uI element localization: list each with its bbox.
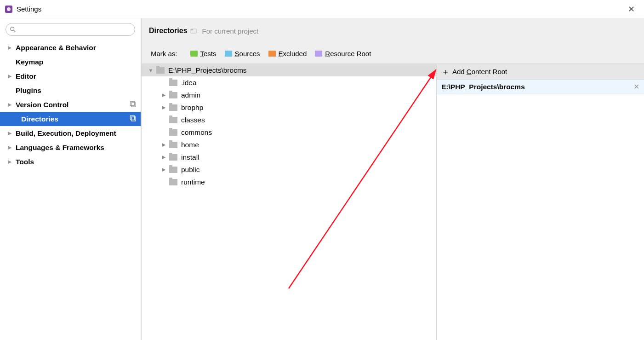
main-panel: Directories For current project Mark as:… — [142, 18, 644, 340]
tree-item-public[interactable]: ▶public — [142, 163, 436, 176]
chevron-right-icon: ▶ — [6, 144, 13, 150]
search-input-wrap[interactable] — [6, 23, 135, 36]
settings-sidebar: ▶Appearance & Behavior▶Keymap▶Editor▶Plu… — [0, 18, 142, 340]
folder-icon — [169, 167, 177, 173]
tree-item-admin[interactable]: ▶admin — [142, 89, 436, 101]
chevron-right-icon: ▶ — [160, 142, 167, 148]
excluded-swatch-icon — [268, 51, 276, 57]
search-icon — [10, 26, 16, 33]
folder-icon — [156, 67, 165, 74]
chevron-right-icon: ▶ — [6, 102, 13, 108]
tree-item-runtime[interactable]: runtime — [142, 176, 436, 188]
svg-rect-5 — [131, 103, 136, 107]
chevron-right-icon: ▶ — [6, 73, 13, 79]
mark-as-row: Mark as: Tests Sources Excluded Resource… — [142, 43, 644, 63]
mark-resource-button[interactable]: Resource Root — [315, 50, 371, 58]
project-scope-icon — [130, 101, 136, 109]
sidebar-item-keymap[interactable]: ▶Keymap — [0, 55, 141, 69]
tree-item-label: runtime — [181, 178, 205, 186]
folder-icon — [169, 142, 177, 148]
page-scope: For current project — [202, 27, 259, 35]
svg-point-2 — [11, 27, 14, 31]
sidebar-item-tools[interactable]: ▶Tools — [0, 155, 141, 169]
sidebar-item-label: Keymap — [16, 58, 43, 66]
sidebar-item-label: Appearance & Behavior — [16, 44, 96, 52]
svg-rect-7 — [131, 117, 136, 121]
sidebar-item-appearance-behavior[interactable]: ▶Appearance & Behavior — [0, 40, 141, 55]
content-root-label: E:\PHP_Projects\brocms — [441, 83, 525, 91]
directory-tree-pane: ▼E:\PHP_Projects\brocms.idea▶admin▶broph… — [142, 64, 437, 340]
app-icon — [5, 5, 13, 13]
plus-icon: ＋ — [441, 68, 450, 76]
titlebar: Settings ✕ — [0, 0, 644, 18]
mark-as-label: Mark as: — [151, 50, 177, 58]
tree-item-install[interactable]: ▶install — [142, 151, 436, 163]
sidebar-item-label: Build, Execution, Deployment — [16, 129, 116, 138]
tree-item-label: classes — [181, 116, 205, 124]
folder-icon — [169, 179, 177, 185]
tree-item-label: commons — [181, 128, 212, 137]
tree-item-label: admin — [181, 91, 200, 99]
sidebar-item-directories[interactable]: ▶Directories — [0, 112, 141, 126]
folder-icon — [169, 117, 177, 123]
sidebar-item-build-execution-deployment[interactable]: ▶Build, Execution, Deployment — [0, 126, 141, 140]
sidebar-item-label: Tools — [16, 158, 34, 166]
remove-root-button[interactable]: ✕ — [633, 82, 639, 91]
mark-excluded-button[interactable]: Excluded — [268, 50, 307, 58]
tree-item-label: brophp — [181, 104, 203, 112]
tree-item-classes[interactable]: classes — [142, 114, 436, 126]
tree-root-label: E:\PHP_Projects\brocms — [168, 66, 247, 75]
window-title: Settings — [17, 5, 41, 13]
main-header: Directories For current project — [142, 18, 644, 43]
chevron-right-icon: ▶ — [160, 167, 167, 173]
chevron-right-icon: ▶ — [160, 92, 167, 98]
chevron-right-icon: ▶ — [6, 130, 13, 136]
folder-icon — [169, 104, 177, 111]
project-scope-icon — [130, 115, 136, 123]
chevron-right-icon: ▶ — [6, 159, 13, 165]
close-button[interactable]: ✕ — [623, 2, 639, 16]
tree-item-label: install — [181, 153, 199, 161]
tree-item-commons[interactable]: commons — [142, 126, 436, 138]
tests-swatch-icon — [190, 51, 198, 57]
svg-rect-6 — [131, 116, 135, 120]
sidebar-item-version-control[interactable]: ▶Version Control — [0, 98, 141, 112]
content-root-item[interactable]: E:\PHP_Projects\brocms✕ — [437, 80, 644, 94]
sidebar-item-languages-frameworks[interactable]: ▶Languages & Frameworks — [0, 140, 141, 155]
mark-sources-button[interactable]: Sources — [225, 50, 260, 58]
chevron-right-icon: ▶ — [6, 45, 13, 51]
tree-item-label: home — [181, 141, 199, 149]
mark-tests-button[interactable]: Tests — [190, 50, 217, 58]
sidebar-item-label: Editor — [16, 72, 36, 81]
chevron-right-icon: ▶ — [160, 104, 167, 110]
svg-point-1 — [7, 7, 11, 11]
sidebar-item-label: Directories — [21, 115, 58, 123]
tree-item-brophp[interactable]: ▶brophp — [142, 101, 436, 114]
sidebar-item-label: Languages & Frameworks — [16, 144, 104, 152]
tree-item-label: public — [181, 166, 200, 174]
resource-swatch-icon — [315, 51, 322, 57]
svg-rect-9 — [191, 29, 193, 30]
sidebar-item-label: Version Control — [16, 101, 68, 109]
tree-root[interactable]: ▼E:\PHP_Projects\brocms — [142, 64, 436, 76]
tree-item-label: .idea — [181, 79, 197, 87]
sources-swatch-icon — [225, 51, 232, 57]
content-roots-pane: ＋ Add Content Root E:\PHP_Projects\brocm… — [437, 64, 644, 340]
add-content-root-label: Add Content Root — [452, 68, 507, 75]
folder-icon — [169, 92, 177, 98]
folder-icon — [169, 80, 177, 86]
tree-item--idea[interactable]: .idea — [142, 76, 436, 89]
folder-icon — [169, 154, 177, 161]
sidebar-item-editor[interactable]: ▶Editor — [0, 69, 141, 83]
tree-item-home[interactable]: ▶home — [142, 138, 436, 151]
chevron-right-icon: ▶ — [160, 154, 167, 160]
sidebar-item-label: Plugins — [16, 86, 41, 95]
page-title: Directories — [149, 27, 188, 35]
folder-icon — [169, 129, 177, 136]
project-scope-icon — [190, 28, 197, 34]
add-content-root-button[interactable]: ＋ Add Content Root — [437, 64, 644, 80]
sidebar-item-plugins[interactable]: ▶Plugins — [0, 83, 141, 98]
search-input[interactable] — [19, 26, 131, 33]
chevron-down-icon: ▼ — [147, 68, 154, 73]
svg-line-3 — [14, 30, 16, 32]
